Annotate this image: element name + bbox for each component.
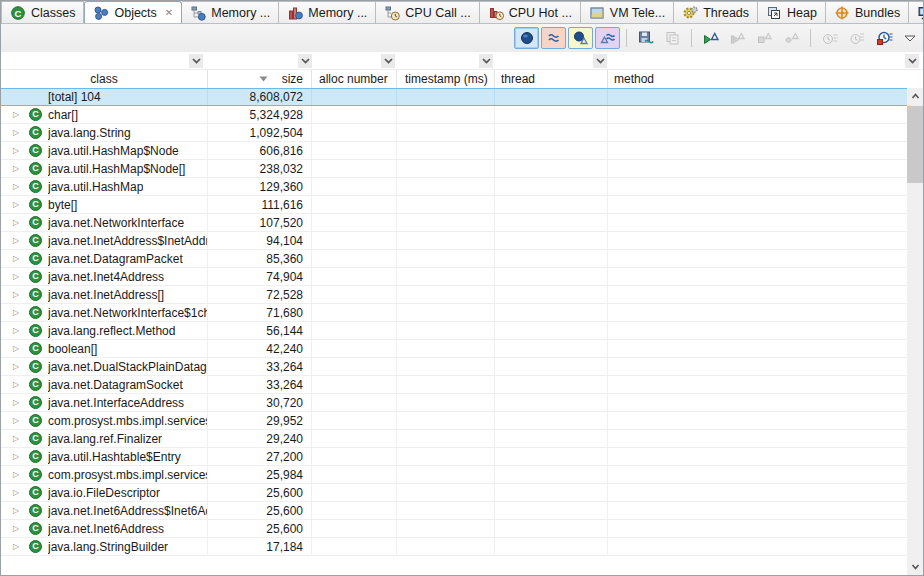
expand-arrow-icon[interactable]: ▷ bbox=[13, 506, 29, 515]
table-row[interactable]: ▷ C [total] 104 8,608,072 bbox=[1, 88, 909, 106]
expand-arrow-icon[interactable]: ▷ bbox=[13, 362, 29, 371]
stop-delta-button bbox=[752, 27, 777, 49]
column-header-timestamp[interactable]: timestamp (ms) bbox=[397, 70, 495, 88]
filter-dropdown-thread[interactable] bbox=[593, 54, 607, 68]
sphere-triangle-view-toggle[interactable] bbox=[568, 27, 593, 49]
table-row[interactable]: ▷ C java.util.Hashtable$Entry 27,200 bbox=[1, 448, 909, 466]
table-row[interactable]: ▷ C com.prosyst.mbs.impl.services 29,952 bbox=[1, 412, 909, 430]
expand-arrow-icon[interactable]: ▷ bbox=[13, 434, 29, 443]
save-snapshot-button[interactable] bbox=[633, 27, 658, 49]
table-row[interactable]: ▷ C java.net.Inet6Address 25,600 bbox=[1, 520, 909, 538]
table-row[interactable]: ▷ C java.lang.String 1,092,504 bbox=[1, 124, 909, 142]
table-row[interactable]: ▷ C java.util.HashMap$Node[] 238,032 bbox=[1, 160, 909, 178]
column-header-thread[interactable]: thread bbox=[495, 70, 608, 88]
tab-threads[interactable]: Threads bbox=[674, 1, 758, 23]
tab-cpu-hotspots[interactable]: CPU Hot ... bbox=[480, 1, 581, 23]
table-row[interactable]: ▷ C java.net.NetworkInterface$1ch 71,680 bbox=[1, 304, 909, 322]
row-class-cell: ▷ C java.util.HashMap$Node[] bbox=[1, 160, 208, 177]
vertical-scrollbar[interactable] bbox=[907, 88, 923, 575]
expand-arrow-icon[interactable]: ▷ bbox=[13, 308, 29, 317]
row-alloc-cell bbox=[312, 394, 397, 411]
table-row[interactable]: ▷ C java.util.HashMap 129,360 bbox=[1, 178, 909, 196]
column-header-alloc-number[interactable]: alloc number bbox=[312, 70, 397, 88]
expand-arrow-icon[interactable]: ▷ bbox=[13, 380, 29, 389]
tab-classes[interactable]: C Classes bbox=[1, 1, 84, 23]
tab-memory-hotspots[interactable]: Memory ... bbox=[279, 1, 376, 23]
column-header-class[interactable]: class bbox=[1, 70, 208, 88]
close-icon[interactable]: ✕ bbox=[165, 7, 173, 18]
expand-arrow-icon[interactable]: ▷ bbox=[13, 416, 29, 425]
row-method-cell bbox=[608, 538, 909, 555]
expand-arrow-icon[interactable]: ▷ bbox=[13, 128, 29, 137]
row-thread-cell bbox=[495, 394, 608, 411]
clock-stop-button[interactable] bbox=[871, 27, 896, 49]
tab-vm-telemetry[interactable]: VM Tele... bbox=[581, 1, 674, 23]
scroll-up-icon[interactable] bbox=[907, 88, 923, 105]
tab-cpu-call-tree[interactable]: CPU Call ... bbox=[376, 1, 479, 23]
filter-dropdown-method[interactable] bbox=[905, 54, 919, 68]
table-row[interactable]: ▷ C java.net.InetAddress[] 72,528 bbox=[1, 286, 909, 304]
table-row[interactable]: ▷ C boolean[] 42,240 bbox=[1, 340, 909, 358]
row-timestamp-cell bbox=[397, 448, 495, 465]
column-header-size[interactable]: size bbox=[208, 70, 312, 88]
tab-monitors[interactable]: Monitors bbox=[909, 1, 924, 23]
expand-arrow-icon[interactable]: ▷ bbox=[13, 290, 29, 299]
filter-dropdown-timestamp[interactable] bbox=[479, 54, 493, 68]
expand-arrow-icon[interactable]: ▷ bbox=[13, 200, 29, 209]
toolbar-overflow-button[interactable] bbox=[904, 31, 916, 45]
table-row[interactable]: ▷ C java.net.NetworkInterface 107,520 bbox=[1, 214, 909, 232]
table-row[interactable]: ▷ C java.net.Inet6Address$Inet6Ad 25,600 bbox=[1, 502, 909, 520]
expand-arrow-icon[interactable]: ▷ bbox=[13, 542, 29, 551]
vertical-scroll-track[interactable] bbox=[907, 105, 923, 558]
filter-dropdown-size[interactable] bbox=[298, 54, 312, 68]
expand-arrow-icon[interactable]: ▷ bbox=[13, 488, 29, 497]
vertical-scroll-thumb[interactable] bbox=[907, 106, 923, 183]
tab-objects[interactable]: Objects ✕ bbox=[84, 1, 182, 23]
expand-arrow-icon[interactable]: ▷ bbox=[13, 326, 29, 335]
tab-heap[interactable]: Heap bbox=[758, 1, 826, 23]
tab-memory-call-tree[interactable]: Memory ... bbox=[182, 1, 279, 23]
expand-arrow-icon[interactable]: ▷ bbox=[13, 182, 29, 191]
table-row[interactable]: ▷ C java.net.DatagramSocket 33,264 bbox=[1, 376, 909, 394]
table-row[interactable]: ▷ C com.prosyst.mbs.impl.services 25,984 bbox=[1, 466, 909, 484]
row-alloc-cell bbox=[312, 89, 397, 105]
expand-arrow-icon[interactable]: ▷ bbox=[13, 344, 29, 353]
row-method-cell bbox=[608, 286, 909, 303]
expand-arrow-icon[interactable]: ▷ bbox=[13, 470, 29, 479]
table-row[interactable]: ▷ C char[] 5,324,928 bbox=[1, 106, 909, 124]
expand-arrow-icon[interactable]: ▷ bbox=[13, 254, 29, 263]
table-row[interactable]: ▷ C java.lang.ref.Finalizer 29,240 bbox=[1, 430, 909, 448]
column-header-method[interactable]: method bbox=[608, 70, 909, 88]
expand-arrow-icon[interactable]: ▷ bbox=[13, 272, 29, 281]
row-class-label: java.lang.ref.Finalizer bbox=[48, 432, 162, 446]
expand-arrow-icon[interactable]: ▷ bbox=[13, 398, 29, 407]
table-row[interactable]: ▷ C byte[] 111,616 bbox=[1, 196, 909, 214]
table-row[interactable]: ▷ C java.lang.reflect.Method 56,144 bbox=[1, 322, 909, 340]
waves-view-toggle[interactable] bbox=[541, 27, 566, 49]
table-row[interactable]: ▷ C java.lang.StringBuilder 17,184 bbox=[1, 538, 909, 556]
expand-arrow-icon[interactable]: ▷ bbox=[13, 164, 29, 173]
table-row[interactable]: ▷ C java.io.FileDescriptor 25,600 bbox=[1, 484, 909, 502]
table-row[interactable]: ▷ C java.net.DatagramPacket 85,360 bbox=[1, 250, 909, 268]
expand-arrow-icon[interactable]: ▷ bbox=[13, 236, 29, 245]
filter-dropdown-class[interactable] bbox=[189, 54, 203, 68]
tab-bundles[interactable]: Bundles bbox=[826, 1, 909, 23]
expand-arrow-icon[interactable]: ▷ bbox=[13, 146, 29, 155]
expand-arrow-icon[interactable]: ▷ bbox=[13, 110, 29, 119]
triangle-waves-view-toggle[interactable] bbox=[595, 27, 620, 49]
expand-arrow-icon[interactable]: ▷ bbox=[13, 452, 29, 461]
table-row[interactable]: ▷ C java.net.InetAddress$InetAddre 94,10… bbox=[1, 232, 909, 250]
table-row[interactable]: ▷ C java.util.HashMap$Node 606,816 bbox=[1, 142, 909, 160]
table-row[interactable]: ▷ C java.net.InterfaceAddress 30,720 bbox=[1, 394, 909, 412]
start-delta-button[interactable] bbox=[698, 27, 723, 49]
scroll-down-icon[interactable] bbox=[907, 558, 923, 575]
filter-dropdown-alloc-number[interactable] bbox=[381, 54, 395, 68]
expand-arrow-icon[interactable]: ▷ bbox=[13, 218, 29, 227]
row-method-cell bbox=[608, 268, 909, 285]
sphere-view-toggle[interactable] bbox=[514, 27, 539, 49]
table-row[interactable]: ▷ C java.net.Inet4Address 74,904 bbox=[1, 268, 909, 286]
row-alloc-cell bbox=[312, 304, 397, 321]
expand-arrow-icon[interactable]: ▷ bbox=[13, 524, 29, 533]
table-row[interactable]: ▷ C java.net.DualStackPlainDatagra 33,26… bbox=[1, 358, 909, 376]
row-size-value: 42,240 bbox=[208, 340, 312, 357]
